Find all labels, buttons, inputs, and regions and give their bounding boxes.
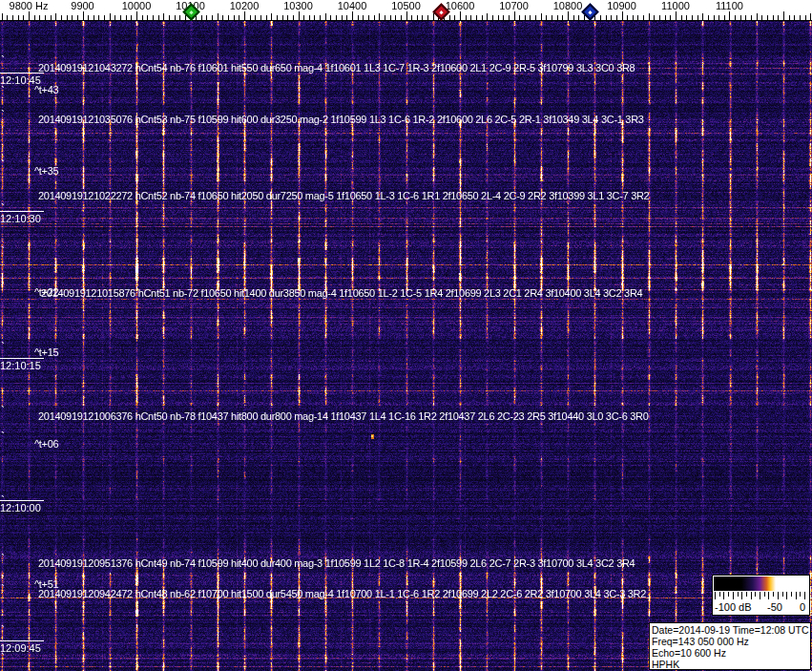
time-axis-label: 12:09:45 — [0, 640, 44, 654]
left-edge-event-mark: ` — [1, 627, 5, 636]
info-frequency: Freq=143 050 000 Hz — [652, 636, 810, 647]
time-text: 12:09:45 — [0, 643, 44, 654]
detection-log-line: 20140919121015876 hCnt51 nb-72 f10650 hi… — [41, 288, 642, 299]
time-axis-label: 12:10:45 — [0, 73, 44, 86]
time-tick-line — [0, 640, 44, 641]
freq-tick-label: 10300 — [283, 0, 313, 12]
freq-tick-label: 11000 — [661, 0, 690, 12]
freq-tick-label: 10600 — [446, 0, 475, 12]
marker-center-dot — [189, 10, 193, 13]
time-tick-line — [0, 211, 44, 212]
freq-tick-label: 9800 Hz — [10, 0, 49, 12]
marker-center-dot — [588, 10, 592, 13]
freq-tick-label: 10000 — [122, 0, 152, 12]
info-station-id: HPHK — [652, 659, 810, 670]
time-axis-label: 12:10:15 — [0, 358, 44, 371]
marker-center-dot — [439, 10, 443, 13]
left-edge-event-mark: ` — [1, 586, 5, 595]
left-edge-event-mark: ` — [1, 655, 5, 663]
db-gradient-bar — [714, 577, 806, 591]
time-offset-label: ^t+15 — [34, 347, 58, 358]
freq-tick-label: 10500 — [391, 0, 421, 12]
info-echo-frequency: Echo=10 600 Hz — [652, 647, 810, 659]
db-label-max: 0 — [800, 601, 805, 613]
freq-tick-label: 9900 — [71, 0, 94, 12]
detection-log-line: 20140919121043272 hCnt54 nb-76 f10601 hi… — [38, 63, 635, 73]
frequency-ruler: 9800 Hz990010000101001020010300104001050… — [0, 0, 812, 21]
freq-tick-label: 11100 — [716, 0, 743, 12]
time-axis-label: 12:10:00 — [0, 500, 44, 514]
time-tick-line — [0, 500, 44, 501]
detection-log-line: 20140919120951376 hCnt49 nb-74 f10599 hi… — [38, 558, 635, 569]
detection-log-line: 20140919121006376 hCnt50 nb-78 f10437 hi… — [38, 411, 649, 422]
info-date-time: Date=2014-09-19 Time=12:08 UTC — [652, 624, 810, 636]
left-edge-event-mark: ` — [1, 497, 5, 506]
db-label-min: -100 dB — [715, 601, 752, 613]
left-edge-event-mark: ` — [1, 205, 5, 214]
time-offset-label: ^t+22 — [34, 287, 58, 298]
db-color-legend: -100 dB -50 0 — [712, 575, 810, 616]
freq-tick-label: 10800 — [553, 0, 583, 12]
time-text: 12:10:30 — [0, 214, 44, 224]
time-text: 12:10:00 — [0, 503, 44, 514]
db-label-mid: -50 — [767, 601, 782, 613]
db-legend-ticks — [714, 592, 806, 600]
time-offset-label: ^t+51 — [34, 579, 58, 590]
time-tick-line — [0, 358, 44, 359]
left-edge-event-mark: ` — [1, 88, 5, 96]
time-tick-line — [0, 73, 44, 73]
time-text: 12:10:15 — [0, 361, 44, 371]
time-offset-label: ^t+43 — [34, 85, 58, 95]
left-edge-event-mark: ` — [1, 112, 5, 120]
left-edge-event-mark: ` — [1, 344, 5, 352]
left-edge-event-mark: ` — [1, 556, 5, 564]
freq-tick-label: 10200 — [230, 0, 260, 12]
freq-tick-label: 10900 — [607, 0, 636, 12]
spectrogram-monitor-window: 9800 Hz990010000101001020010300104001050… — [0, 0, 812, 671]
freq-tick-label: 10700 — [499, 0, 529, 12]
time-text: 12:10:45 — [0, 75, 44, 86]
left-edge-event-mark: ` — [1, 161, 5, 170]
left-edge-event-mark: ` — [1, 283, 5, 292]
status-info-box: Date=2014-09-19 Time=12:08 UTC Freq=143 … — [649, 622, 811, 670]
db-legend-labels: -100 dB -50 0 — [715, 601, 806, 614]
left-edge-event-mark: ` — [1, 408, 5, 416]
left-edge-event-mark: ` — [1, 433, 5, 442]
left-edge-event-mark: ` — [1, 57, 5, 66]
left-edge-event-mark: ` — [1, 248, 5, 257]
time-axis-label: 12:10:30 — [0, 211, 44, 224]
time-offset-label: ^t+06 — [34, 439, 58, 450]
detection-log-line: 20140919120942472 hCnt48 nb-62 f10700 hi… — [38, 589, 646, 599]
freq-tick-label: 10400 — [338, 0, 367, 12]
detection-log-line: 20140919121022272 hCnt52 nb-74 f10650 hi… — [38, 191, 649, 201]
detection-log-line: 20140919121035076 hCnt53 nb-75 f10599 hi… — [38, 115, 644, 125]
time-offset-label: ^t+35 — [34, 166, 58, 177]
